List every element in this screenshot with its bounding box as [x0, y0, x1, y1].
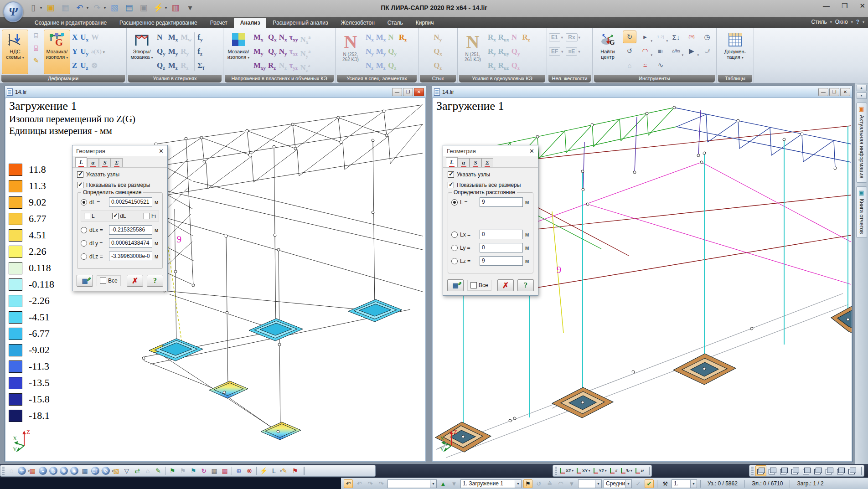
- grid-plane-icon[interactable]: ▦▾: [80, 466, 90, 476]
- model-3d-icon[interactable]: ▧: [108, 2, 120, 14]
- ribbon-button-Mz[interactable]: Mz: [168, 59, 178, 72]
- left-window-titlebar[interactable]: 14.lir — ❐ ✕: [5, 86, 426, 98]
- zoom-in-icon[interactable]: ⊕: [234, 466, 244, 476]
- ribbon-button-τxz[interactable]: τxz: [289, 45, 298, 58]
- rotate-view-button[interactable]: ↻▾: [620, 466, 634, 476]
- numbering-icon[interactable]: 1.2)▾: [654, 31, 667, 43]
- refresh-secondary-icon[interactable]: ↺: [623, 45, 636, 57]
- cage-icon[interactable]: ▦: [209, 466, 219, 476]
- ribbon-button-a(X)[interactable]: a(X) ▾: [91, 45, 105, 58]
- ribbon-button-My[interactable]: My: [253, 45, 266, 58]
- axis-checkbox-Fi[interactable]: Fi: [144, 213, 156, 219]
- value-input[interactable]: 0.00061438474: [109, 238, 152, 248]
- view-cube-top[interactable]: [824, 465, 835, 476]
- redo-icon[interactable]: ↷: [91, 2, 103, 14]
- radio-icon[interactable]: [81, 199, 87, 206]
- dialog-tab-S[interactable]: S: [470, 158, 481, 167]
- ribbon-button-Ny[interactable]: Nya: [300, 45, 310, 58]
- dropdown-caret-icon[interactable]: ▾: [104, 6, 106, 10]
- restrict-sphere-icon[interactable]: ⊘▾: [101, 466, 111, 476]
- dropdown-caret-icon[interactable]: ▾: [165, 6, 167, 10]
- report-book-icon[interactable]: ▥: [170, 2, 181, 14]
- next-loadcase-icon[interactable]: ▼: [450, 479, 459, 488]
- value-input[interactable]: -3.39963008e-0: [109, 252, 152, 261]
- nonlinear-E1-button[interactable]: E1▾: [549, 31, 563, 44]
- history-combo[interactable]: ▼: [388, 479, 437, 488]
- left-close-icon[interactable]: ✕: [414, 88, 424, 96]
- block-model-icon[interactable]: ▧: [111, 466, 121, 476]
- ribbon-button-Qx[interactable]: Qx: [434, 45, 442, 58]
- ribbon-button-Qz[interactable]: Qz: [434, 59, 442, 72]
- rotate-state-icon[interactable]: ↺: [534, 479, 543, 488]
- geometry-dialog-right[interactable]: Геометрия✕LαSΣУказать узлыПоказывать все…: [443, 145, 538, 296]
- radio-icon[interactable]: [81, 227, 87, 233]
- tab-Сталь[interactable]: Сталь: [381, 18, 409, 28]
- toolbar-handle[interactable]: [301, 467, 305, 475]
- half-sphere-icon[interactable]: ◒▾: [38, 466, 48, 476]
- dialog-tab-α[interactable]: α: [458, 158, 470, 167]
- tab-Анализ[interactable]: Анализ: [234, 18, 267, 28]
- ribbon-button-Nx[interactable]: Nx: [366, 31, 374, 44]
- isometry-button[interactable]: ⌭: [634, 466, 645, 476]
- toolbar-grip[interactable]: [555, 467, 557, 475]
- pencil-ruler-icon[interactable]: ✎: [30, 55, 42, 66]
- redo-list-icon[interactable]: ↷: [377, 479, 386, 488]
- ribbon-button-Mw[interactable]: Mw: [181, 31, 191, 44]
- dropdown-caret-icon[interactable]: ▾: [87, 6, 88, 10]
- radio-icon[interactable]: [451, 258, 458, 264]
- result-flag-icon[interactable]: ⚑: [523, 479, 532, 488]
- apply-button[interactable]: ▦: [77, 275, 93, 287]
- dialog-titlebar[interactable]: Геометрия✕: [72, 145, 167, 156]
- ribbon-button-Mx[interactable]: Mx: [253, 31, 266, 44]
- help-button[interactable]: ?: [147, 275, 163, 287]
- close-icon[interactable]: ✕: [859, 2, 865, 10]
- ribbon-button-Ruy[interactable]: Ruy: [498, 45, 509, 58]
- param-combo[interactable]: ▼: [578, 479, 602, 488]
- open-icon[interactable]: ▣: [45, 2, 57, 14]
- ribbon-button-Nz[interactable]: Nz: [366, 59, 374, 72]
- all-checkbox[interactable]: Все: [467, 280, 491, 291]
- animation-icon[interactable]: ▶▾: [685, 45, 698, 57]
- ribbon-button-Qy[interactable]: Qy: [388, 45, 397, 58]
- show-dims-checkbox[interactable]: Показывать все размеры: [448, 182, 533, 188]
- ribbon-button-Mz[interactable]: Mz: [376, 59, 386, 72]
- checkbox-icon[interactable]: [77, 182, 83, 188]
- ribbon-button-Nz[interactable]: Nz: [279, 59, 287, 72]
- ribbon-button-⊗[interactable]: ⊗: [91, 59, 105, 72]
- dialog-tab-Σ[interactable]: Σ: [111, 158, 123, 167]
- ribbon-button-Rz[interactable]: Rz: [399, 31, 407, 44]
- view-cube-left[interactable]: [790, 465, 801, 476]
- cage-red-icon[interactable]: ▦: [220, 466, 230, 476]
- ribbon-button-Mxy[interactable]: Mxy: [253, 59, 266, 72]
- redo-icon[interactable]: ↷: [366, 479, 375, 488]
- value-input[interactable]: 0.00254150521: [109, 197, 152, 207]
- ribbon-button-Rz[interactable]: Rz: [268, 59, 277, 72]
- new-document-icon[interactable]: ▯: [27, 2, 39, 14]
- checkbox-icon[interactable]: [144, 213, 150, 219]
- combo-caret-icon[interactable]: ▼: [690, 480, 697, 488]
- minimize-icon[interactable]: —: [823, 2, 830, 10]
- influence-lines-icon[interactable]: ◠▾: [638, 45, 652, 57]
- help-button[interactable]: ?: [517, 279, 534, 291]
- filter-icon[interactable]: ▽: [122, 466, 132, 476]
- right-minimize-icon[interactable]: —: [818, 88, 828, 96]
- checkbox-icon[interactable]: [77, 171, 83, 178]
- dialog-tab-L[interactable]: L: [75, 157, 87, 167]
- tab-Кирпич[interactable]: Кирпич: [409, 18, 440, 28]
- cursor-scale-icon[interactable]: ▸▾: [638, 31, 652, 43]
- combo-caret-icon[interactable]: ▼: [595, 480, 601, 488]
- help-menu[interactable]: ?: [856, 19, 859, 25]
- dialog-titlebar[interactable]: Геометрия✕: [443, 145, 538, 156]
- radio-icon[interactable]: [451, 199, 458, 206]
- restore-icon[interactable]: ❐: [842, 2, 847, 10]
- special-n-button[interactable]: N N (252,262 КЭ): [337, 30, 364, 74]
- toolbar-handle[interactable]: [859, 467, 862, 475]
- geometry-dialog-left[interactable]: Геометрия✕LαSΣУказать узлыПоказывать все…: [72, 145, 168, 291]
- ribbon-button-Ry[interactable]: Ry: [181, 45, 191, 58]
- ef-sphere-icon[interactable]: EF▾: [90, 466, 100, 476]
- dialog-close-icon[interactable]: ✕: [529, 148, 534, 154]
- ribbon-button-τyz[interactable]: τyz: [289, 59, 298, 72]
- mosaic-isofields-button[interactable]: G Мозаика/изополя ▾: [44, 30, 70, 74]
- value-input[interactable]: 9: [480, 256, 523, 266]
- measure-state-icon[interactable]: ≙: [545, 479, 554, 488]
